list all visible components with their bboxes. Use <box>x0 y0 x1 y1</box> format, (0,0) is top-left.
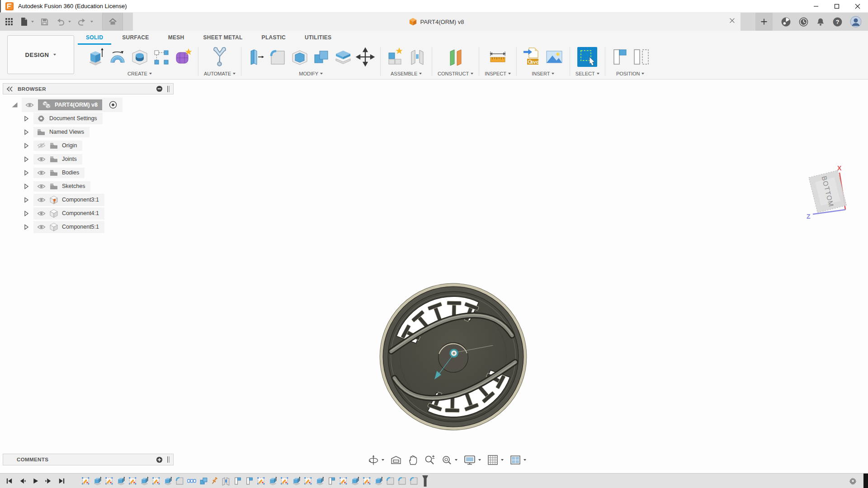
tab-close-icon[interactable] <box>729 18 735 23</box>
move-tool-button[interactable] <box>356 47 375 67</box>
form-tool-button[interactable] <box>174 47 193 67</box>
ribbon-group-label[interactable]: INSERT <box>532 70 554 78</box>
revert-position-tool-button[interactable] <box>632 47 650 67</box>
close-button[interactable] <box>847 0 868 12</box>
timeline-feature-extrude[interactable] <box>93 476 102 486</box>
joint-tool-tool-button[interactable] <box>408 47 426 67</box>
timeline-feature-sketch[interactable] <box>151 476 161 486</box>
timeline-feature-sketch[interactable] <box>81 476 90 486</box>
timeline-feature-sketch[interactable] <box>362 476 372 486</box>
tree-row-named-views[interactable]: Named Views <box>3 125 174 139</box>
tree-item[interactable]: Sketches <box>33 181 90 192</box>
combine-tool-button[interactable] <box>312 47 330 67</box>
expander-collapsed-icon[interactable] <box>23 143 30 149</box>
expander-collapsed-icon[interactable] <box>23 116 30 122</box>
view-cube[interactable]: BOTTOM X Z <box>804 164 867 222</box>
expander-collapsed-icon[interactable] <box>23 170 30 176</box>
fit-button[interactable] <box>439 455 459 465</box>
timeline-feature-sketch[interactable] <box>104 476 114 486</box>
timeline-skip-end-button[interactable] <box>58 477 66 485</box>
tree-row-document-settings[interactable]: Document Settings <box>3 112 174 125</box>
visibility-eye-icon[interactable] <box>37 197 46 203</box>
browser-header[interactable]: BROWSER <box>3 83 174 94</box>
orbit-button[interactable] <box>366 455 386 465</box>
activate-component-radio[interactable] <box>109 101 117 109</box>
rect-pattern-tool-button[interactable] <box>152 47 170 67</box>
zoom-button[interactable] <box>422 455 437 465</box>
timeline-feature-fillet[interactable] <box>175 476 184 486</box>
timeline-feature-extrude[interactable] <box>292 476 301 486</box>
canvas-tool-button[interactable] <box>544 47 564 67</box>
measure-tool-button[interactable] <box>488 47 508 67</box>
revolve-tool-button[interactable] <box>108 47 127 67</box>
tree-item[interactable]: Component5:1 <box>33 221 104 233</box>
plane-tool-button[interactable] <box>447 47 465 67</box>
timeline-play-button[interactable] <box>32 477 39 485</box>
insert-svg-tool-button[interactable]: SVG <box>522 47 541 67</box>
tree-row-component5-1[interactable]: Component5:1 <box>3 220 174 234</box>
panel-drag-handle[interactable] <box>167 86 170 92</box>
timeline-settings-gear-icon[interactable] <box>849 477 857 485</box>
minimize-button[interactable] <box>806 0 826 12</box>
tree-row-part4-orm-v8[interactable]: PART4(ORM) v8 <box>3 98 174 112</box>
viewports-button[interactable] <box>508 455 528 465</box>
tree-item[interactable]: Component4:1 <box>33 207 104 220</box>
visibility-eye-icon[interactable] <box>37 170 46 176</box>
capture-position-tool-button[interactable] <box>611 47 629 67</box>
timeline-feature-sketch[interactable] <box>256 476 266 486</box>
ribbon-tab-solid[interactable]: SOLID <box>85 32 104 43</box>
tree-row-origin[interactable]: Origin <box>3 139 174 152</box>
timeline-step-back-button[interactable] <box>19 477 26 485</box>
tree-item[interactable]: Component3:1 <box>33 194 104 206</box>
display-settings-button[interactable] <box>462 455 483 465</box>
timeline-feature-extrude[interactable] <box>374 476 383 486</box>
timeline-feature-fillet[interactable] <box>409 476 419 486</box>
look-at-button[interactable] <box>389 455 403 465</box>
file-menu-button[interactable] <box>20 17 34 26</box>
ribbon-tab-utilities[interactable]: UTILITIES <box>304 32 332 43</box>
timeline-feature-extrude[interactable] <box>268 476 278 486</box>
expander-collapsed-icon[interactable] <box>23 197 30 203</box>
fillet-tool-tool-button[interactable] <box>268 47 287 67</box>
tree-item[interactable]: Joints <box>33 154 82 164</box>
ribbon-group-label[interactable]: ASSEMBLE <box>391 70 422 78</box>
tree-row-sketches[interactable]: Sketches <box>3 179 174 193</box>
ribbon-group-label[interactable]: AUTOMATE <box>204 70 236 78</box>
tree-item[interactable]: Origin <box>33 141 82 151</box>
extrude-tool-button[interactable] <box>87 47 105 67</box>
expander-collapsed-icon[interactable] <box>23 129 30 135</box>
comments-drag-handle[interactable] <box>167 456 170 463</box>
timeline-feature-fillet[interactable] <box>397 476 407 486</box>
timeline-feature-sketch[interactable] <box>280 476 289 486</box>
timeline-feature-extrude[interactable] <box>140 476 149 486</box>
timeline-feature-sketch[interactable] <box>128 476 137 486</box>
visibility-eye-icon[interactable] <box>37 211 46 216</box>
tree-item[interactable]: Bodies <box>33 168 85 178</box>
timeline-feature-extrude[interactable] <box>163 476 173 486</box>
timeline-feature-flag[interactable] <box>233 476 242 486</box>
job-status-button[interactable] <box>798 17 809 27</box>
tree-row-bodies[interactable]: Bodies <box>3 166 174 179</box>
tree-item[interactable]: PART4(ORM) v8 <box>22 98 123 112</box>
timeline-feature-flag[interactable] <box>327 476 336 486</box>
tree-row-component4-1[interactable]: Component4:1 <box>3 206 174 220</box>
add-comment-icon[interactable] <box>156 456 163 463</box>
notifications-button[interactable] <box>816 17 825 27</box>
home-button[interactable] <box>102 13 123 31</box>
timeline-feature-extrude[interactable] <box>350 476 360 486</box>
split-tool-button[interactable] <box>334 47 353 67</box>
extensions-button[interactable] <box>781 17 791 27</box>
undo-button[interactable] <box>55 17 71 26</box>
document-tab[interactable]: PART4(ORM) v8 <box>409 18 464 26</box>
ribbon-group-label[interactable]: SELECT <box>576 70 599 78</box>
ribbon-tab-mesh[interactable]: MESH <box>167 32 185 43</box>
maximize-button[interactable] <box>826 0 847 12</box>
tree-row-component3-1[interactable]: Component3:1 <box>3 193 174 206</box>
selected-root-item[interactable]: PART4(ORM) v8 <box>38 99 102 110</box>
grid-settings-button[interactable] <box>486 455 505 465</box>
comments-panel[interactable]: COMMENTS <box>3 454 174 465</box>
ribbon-tab-sheet-metal[interactable]: SHEET METAL <box>203 32 244 43</box>
ribbon-group-label[interactable]: CREATE <box>127 70 152 78</box>
app-grid-button[interactable] <box>5 17 14 26</box>
help-button[interactable]: ? <box>832 17 843 27</box>
